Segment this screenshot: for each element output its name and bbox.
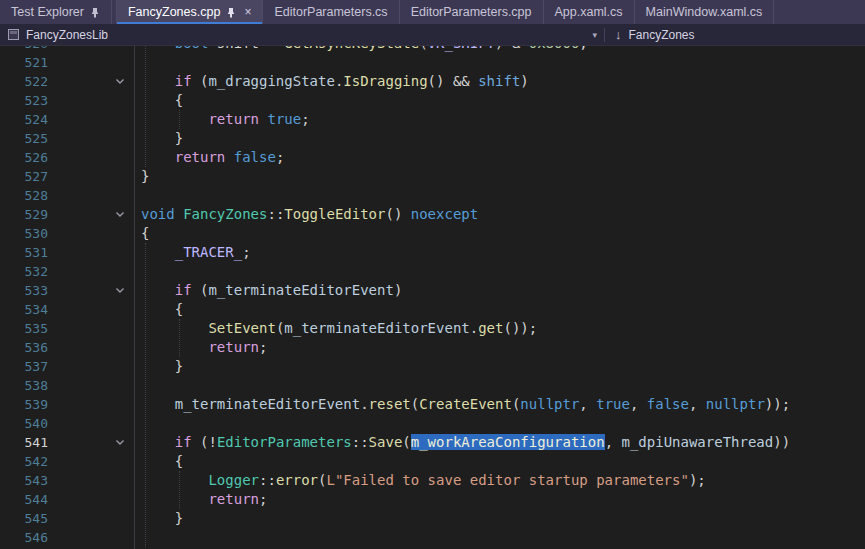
code-line: 529void FancyZones::ToggleEditor() noexc… (0, 205, 865, 224)
gutter-margin (48, 167, 106, 186)
gutter-margin (48, 186, 106, 205)
fold-chevron-icon[interactable] (115, 287, 125, 294)
code-editor[interactable]: 520 bool shift = GetAsyncKeyState(VK_SHI… (0, 46, 865, 549)
pin-icon[interactable] (90, 7, 100, 18)
line-number: 532 (0, 262, 48, 281)
code-text[interactable]: return; (134, 490, 267, 509)
gutter-margin (48, 376, 106, 395)
vs-window: Test Explorer FancyZones.cpp × EditorPar… (0, 0, 865, 549)
code-line: 544 return; (0, 490, 865, 509)
code-text[interactable]: m_terminateEditorEvent.reset(CreateEvent… (134, 395, 790, 414)
code-line: 528 (0, 186, 865, 205)
gutter-margin (48, 433, 106, 452)
code-text[interactable]: } (134, 357, 183, 376)
code-text[interactable] (134, 528, 141, 547)
fold-margin (106, 452, 134, 471)
fold-chevron-icon[interactable] (115, 211, 125, 218)
code-line: 521 (0, 53, 865, 72)
code-text[interactable]: { (134, 91, 183, 110)
fold-margin (106, 186, 134, 205)
code-text[interactable]: } (134, 509, 183, 528)
close-icon[interactable]: × (244, 6, 251, 18)
gutter-margin (48, 53, 106, 72)
line-number: 531 (0, 243, 48, 262)
tab-label: FancyZones.cpp (128, 5, 220, 19)
line-number: 542 (0, 452, 48, 471)
line-number: 534 (0, 300, 48, 319)
fold-margin (106, 224, 134, 243)
code-text[interactable]: { (134, 300, 183, 319)
line-number: 529 (0, 205, 48, 224)
line-number: 525 (0, 129, 48, 148)
code-line: 520 bool shift = GetAsyncKeyState(VK_SHI… (0, 46, 865, 53)
code-text[interactable]: SetEvent(m_terminateEditorEvent.get()); (134, 319, 537, 338)
code-line: 523 { (0, 91, 865, 110)
code-line: 541 if (!EditorParameters::Save(m_workAr… (0, 433, 865, 452)
fold-margin (106, 300, 134, 319)
gutter-margin (48, 129, 106, 148)
line-number: 527 (0, 167, 48, 186)
document-tab-bar: Test Explorer FancyZones.cpp × EditorPar… (0, 0, 865, 24)
line-number: 543 (0, 471, 48, 490)
code-text[interactable]: return; (134, 338, 267, 357)
tab-app-xaml-cs[interactable]: App.xaml.cs (544, 0, 635, 24)
gutter-margin (48, 414, 106, 433)
fold-chevron-icon[interactable] (115, 78, 125, 85)
code-text[interactable] (134, 414, 141, 433)
code-line: 546 (0, 528, 865, 547)
line-number: 545 (0, 509, 48, 528)
fold-margin (106, 129, 134, 148)
fold-margin (106, 110, 134, 129)
code-text[interactable]: bool shift = GetAsyncKeyState(VK_SHIFT) … (134, 46, 588, 53)
code-text[interactable] (134, 376, 141, 395)
tab-fancyzones-cpp[interactable]: FancyZones.cpp × (117, 0, 263, 24)
gutter-margin (48, 319, 106, 338)
tab-test-explorer[interactable]: Test Explorer (0, 0, 112, 24)
chevron-down-icon[interactable]: ▾ (592, 30, 597, 40)
code-text[interactable] (134, 262, 141, 281)
code-text[interactable] (134, 186, 141, 205)
code-text[interactable]: Logger::error(L"Failed to save editor st… (134, 471, 706, 490)
tab-label: Test Explorer (11, 5, 84, 19)
fold-margin (106, 357, 134, 376)
code-line: 542 { (0, 452, 865, 471)
code-text[interactable] (134, 53, 141, 72)
code-text[interactable]: { (134, 452, 183, 471)
project-dropdown[interactable]: FancyZonesLib ▾ (0, 24, 604, 45)
code-text[interactable]: void FancyZones::ToggleEditor() noexcept (134, 205, 478, 224)
code-line: 543 Logger::error(L"Failed to save edito… (0, 471, 865, 490)
scope-dropdown[interactable]: ↓ FancyZones (605, 24, 695, 45)
code-text[interactable]: if (m_terminateEditorEvent) (134, 281, 402, 300)
gutter-margin (48, 46, 106, 53)
fold-margin (106, 509, 134, 528)
code-text[interactable]: } (134, 129, 183, 148)
code-text[interactable]: _TRACER_; (134, 243, 251, 262)
line-number: 533 (0, 281, 48, 300)
gutter-margin (48, 471, 106, 490)
code-text[interactable]: if (!EditorParameters::Save(m_workAreaCo… (134, 433, 790, 452)
code-text[interactable]: } (134, 167, 149, 186)
fold-chevron-icon[interactable] (115, 439, 125, 446)
pin-icon[interactable] (226, 7, 236, 18)
gutter-margin (48, 490, 106, 509)
line-number: 524 (0, 110, 48, 129)
code-text[interactable]: return true; (134, 110, 310, 129)
code-line: 538 (0, 376, 865, 395)
selected-text[interactable]: m_workAreaConfiguration (411, 434, 605, 450)
tab-mainwindow-xaml-cs[interactable]: MainWindow.xaml.cs (635, 0, 775, 24)
fold-margin (106, 281, 134, 300)
code-line: 536 return; (0, 338, 865, 357)
fold-margin (106, 167, 134, 186)
code-line: 540 (0, 414, 865, 433)
tab-editorparameters-cpp[interactable]: EditorParameters.cpp (400, 0, 544, 24)
fold-margin (106, 528, 134, 547)
fold-margin (106, 91, 134, 110)
code-text[interactable]: if (m_draggingState.IsDragging() && shif… (134, 72, 529, 91)
fold-margin (106, 53, 134, 72)
code-lines: 520 bool shift = GetAsyncKeyState(VK_SHI… (0, 46, 865, 547)
code-text[interactable]: return false; (134, 148, 284, 167)
code-text[interactable]: { (134, 224, 149, 243)
code-line: 522 if (m_draggingState.IsDragging() && … (0, 72, 865, 91)
gutter-margin (48, 357, 106, 376)
tab-editorparameters-cs[interactable]: EditorParameters.cs (263, 0, 399, 24)
